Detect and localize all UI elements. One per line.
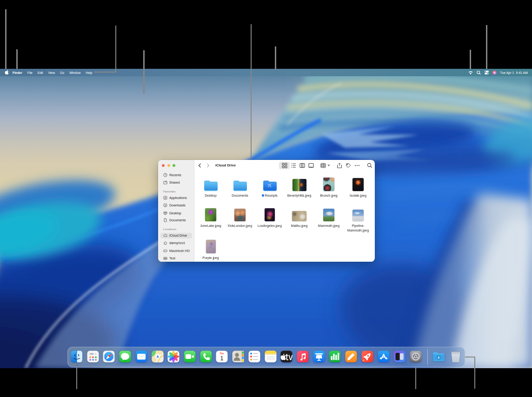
svg-text:1: 1 bbox=[220, 355, 224, 362]
svg-text:Tue: Tue bbox=[220, 352, 224, 355]
